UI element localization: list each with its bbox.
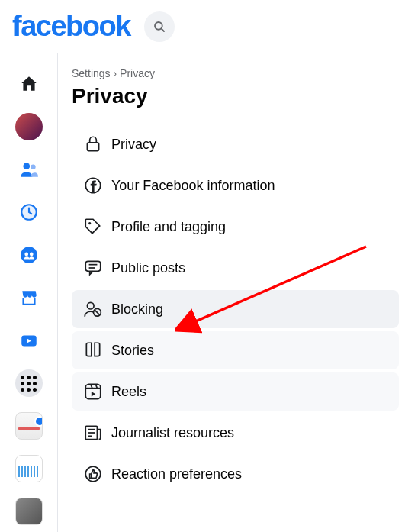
breadcrumb-root[interactable]: Settings: [72, 67, 111, 79]
menu-label: Privacy: [111, 137, 156, 153]
svg-point-16: [87, 302, 94, 309]
menu-item-public-posts[interactable]: Public posts: [72, 249, 399, 287]
reel-icon: [79, 382, 107, 401]
marketplace-icon[interactable]: [15, 284, 43, 311]
see-more-button[interactable]: [15, 369, 43, 397]
breadcrumb-separator: ›: [113, 67, 117, 79]
svg-point-6: [21, 247, 37, 263]
menu-item-stories[interactable]: Stories: [72, 331, 399, 369]
menu-item-fb-info[interactable]: Your Facebook information: [72, 166, 399, 205]
breadcrumb-current: Privacy: [120, 67, 155, 79]
watch-icon[interactable]: [15, 327, 43, 354]
speech-icon: [79, 258, 107, 278]
like-icon: [79, 464, 107, 484]
menu-label: Stories: [111, 343, 154, 359]
page-title: Privacy: [72, 84, 399, 108]
svg-line-18: [95, 310, 100, 315]
menu-label: Your Facebook information: [111, 178, 275, 194]
news-icon: [79, 423, 107, 443]
svg-point-7: [24, 253, 28, 256]
menu-item-blocking[interactable]: Blocking: [72, 290, 399, 328]
grid-dots-icon: [21, 376, 37, 392]
menu-item-reels[interactable]: Reels: [72, 372, 399, 411]
svg-point-3: [31, 165, 35, 170]
avatar-icon: [15, 113, 43, 140]
menu-item-journalist[interactable]: Journalist resources: [72, 414, 399, 452]
main-content: Settings › Privacy Privacy Privacy Your …: [58, 53, 405, 532]
memories-icon[interactable]: [15, 198, 43, 226]
breadcrumb[interactable]: Settings › Privacy: [72, 67, 399, 79]
tag-icon: [79, 217, 107, 237]
left-sidebar: [0, 53, 58, 532]
svg-point-8: [29, 253, 33, 256]
svg-rect-13: [85, 261, 101, 271]
svg-line-1: [161, 28, 164, 31]
svg-rect-19: [85, 384, 101, 399]
menu-item-profile-tagging[interactable]: Profile and tagging: [72, 208, 399, 246]
shortcut-1[interactable]: [15, 412, 43, 440]
menu-label: Blocking: [111, 301, 163, 318]
menu-label: Public posts: [111, 260, 185, 276]
shortcut-3[interactable]: [15, 498, 43, 525]
groups-icon[interactable]: [15, 241, 43, 269]
svg-point-27: [85, 466, 101, 482]
home-icon[interactable]: [15, 70, 43, 98]
shortcut-2[interactable]: [15, 455, 43, 482]
friends-icon[interactable]: [15, 156, 43, 183]
menu-label: Reaction preferences: [111, 466, 242, 482]
menu-label: Profile and tagging: [111, 219, 226, 235]
header: facebook: [0, 0, 405, 53]
svg-point-2: [23, 163, 30, 169]
menu-label: Journalist resources: [111, 425, 234, 441]
menu-label: Reels: [111, 384, 146, 400]
profile-avatar[interactable]: [15, 113, 43, 140]
menu-item-reactions[interactable]: Reaction preferences: [72, 455, 399, 493]
search-icon: [153, 20, 166, 34]
svg-rect-10: [87, 143, 98, 151]
menu-item-privacy[interactable]: Privacy: [72, 125, 399, 163]
facebook-circle-icon: [79, 176, 107, 195]
shortcut-thumbnail: [15, 412, 43, 440]
shortcut-thumbnail: [15, 455, 43, 482]
search-button[interactable]: [144, 11, 175, 42]
lock-icon: [79, 134, 107, 154]
blocking-icon: [79, 299, 107, 319]
shortcut-thumbnail: [15, 498, 43, 525]
settings-menu: Privacy Your Facebook information Profil…: [72, 125, 399, 493]
book-icon: [79, 340, 107, 360]
svg-point-12: [88, 222, 91, 224]
facebook-logo[interactable]: facebook: [12, 10, 130, 43]
